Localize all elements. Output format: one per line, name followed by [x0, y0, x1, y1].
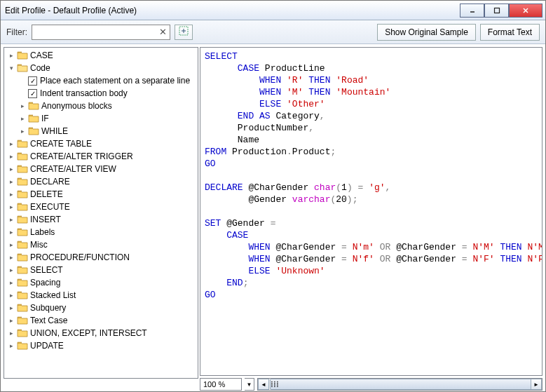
tree-row[interactable]: ▸UNION, EXCEPT, INTERSECT — [4, 327, 198, 339]
tree-item-label: SELECT — [30, 265, 63, 275]
tree-row[interactable]: ✓Place each statement on a separate line — [4, 74, 198, 87]
clear-filter-icon[interactable]: ✕ — [156, 26, 169, 39]
expand-icon[interactable]: ▸ — [7, 291, 15, 299]
zoom-dropdown[interactable]: ▼ — [245, 378, 254, 391]
folder-icon — [17, 328, 28, 338]
tree-item-label: EXECUTE — [30, 202, 70, 212]
tree-item-label: Place each statement on a separate line — [40, 76, 190, 86]
folder-icon — [17, 303, 28, 313]
expand-icon[interactable]: ▸ — [7, 228, 15, 236]
tree-row[interactable]: ▸Text Case — [4, 314, 198, 327]
tree-row[interactable]: ▸DELETE — [4, 188, 198, 201]
folder-icon — [17, 341, 28, 351]
tree-row[interactable]: ▸IF — [4, 112, 198, 125]
tree-row[interactable]: ▾Code — [4, 62, 198, 74]
expand-icon[interactable]: ▸ — [7, 266, 15, 274]
tree-row[interactable]: ▸Stacked List — [4, 289, 198, 302]
folder-icon — [17, 227, 28, 237]
folder-icon — [17, 50, 28, 60]
statusbar: 100 % ▼ ◄ ⁞⁞⁞ ► — [200, 377, 542, 391]
scroll-left-button[interactable]: ◄ — [258, 379, 269, 390]
tree-item-label: DECLARE — [30, 177, 70, 187]
tree-row[interactable]: ✓Indent transaction body — [4, 87, 198, 100]
tree-row[interactable]: ▸Misc — [4, 238, 198, 251]
folder-icon — [17, 215, 28, 224]
expand-icon[interactable]: ▸ — [7, 215, 15, 224]
expand-icon[interactable]: ▸ — [18, 102, 27, 110]
tree-row[interactable]: ▸UPDATE — [4, 339, 198, 352]
expand-icon[interactable]: ▸ — [7, 190, 15, 198]
close-button[interactable] — [509, 4, 542, 18]
folder-icon — [17, 202, 28, 212]
expand-icon[interactable]: ▸ — [7, 203, 15, 211]
maximize-button[interactable] — [484, 4, 509, 18]
expand-icon[interactable]: ▸ — [7, 316, 15, 325]
code-area[interactable]: SELECT CASE ProductLine WHEN 'R' THEN 'R… — [200, 47, 542, 376]
tree-row[interactable]: ▸Labels — [4, 226, 198, 238]
scroll-right-button[interactable]: ► — [531, 379, 542, 390]
tree-item-label: Spacing — [30, 278, 60, 288]
expand-icon[interactable]: ▸ — [7, 278, 15, 287]
expand-icon[interactable]: ▸ — [18, 114, 27, 123]
toolbar: Filter: ✕ Show Original Sample Format Te… — [1, 20, 545, 44]
show-original-sample-button[interactable]: Show Original Sample — [377, 24, 476, 41]
expand-icon[interactable]: ▸ — [7, 329, 15, 337]
expand-icon[interactable]: ▸ — [7, 152, 15, 161]
folder-icon — [17, 240, 28, 250]
expand-icon[interactable]: ▸ — [7, 253, 15, 262]
checkbox[interactable]: ✓ — [28, 89, 37, 98]
expand-icon[interactable]: ▸ — [7, 241, 15, 249]
expand-icon[interactable]: ▸ — [7, 51, 15, 60]
expander-spacer — [18, 76, 27, 85]
folder-icon — [28, 126, 39, 136]
tree-row[interactable]: ▸WHILE — [4, 125, 198, 137]
format-text-button[interactable]: Format Text — [480, 24, 540, 41]
expand-icon[interactable]: ▸ — [7, 342, 15, 350]
tree-row[interactable]: ▸CREATE/ALTER VIEW — [4, 163, 198, 175]
tree-item-label: INSERT — [30, 215, 61, 224]
window-title: Edit Profile - Default Profile (Active) — [4, 6, 460, 15]
expand-icon[interactable]: ▸ — [7, 177, 15, 186]
expand-icon[interactable]: ▸ — [18, 127, 27, 135]
tree-row[interactable]: ▸SELECT — [4, 264, 198, 276]
filter-input[interactable] — [32, 25, 170, 40]
minimize-button[interactable] — [460, 4, 484, 18]
filter-wrap: ✕ — [32, 25, 170, 40]
tree-item-label: Misc — [30, 240, 48, 250]
tree-row[interactable]: ▸CASE — [4, 49, 198, 62]
tree-row[interactable]: ▸Subquery — [4, 302, 198, 314]
folder-icon — [17, 265, 28, 275]
tree-item-label: UNION, EXCEPT, INTERSECT — [30, 328, 147, 338]
folder-icon — [17, 164, 28, 174]
tree-row[interactable]: ▸DECLARE — [4, 175, 198, 188]
tree-row[interactable]: ▸CREATE/ALTER TRIGGER — [4, 150, 198, 163]
checkbox[interactable]: ✓ — [28, 76, 37, 86]
expand-icon[interactable]: ▸ — [7, 304, 15, 312]
folder-icon — [17, 252, 28, 262]
tree-panel[interactable]: ▸CASE▾Code✓Place each statement on a sep… — [4, 47, 198, 379]
tree-item-label: Stacked List — [30, 290, 76, 300]
tree-item-label: Text Case — [30, 316, 67, 325]
tree-row[interactable]: ▸INSERT — [4, 213, 198, 226]
expand-tree-button[interactable] — [175, 25, 193, 40]
main: ▸CASE▾Code✓Place each statement on a sep… — [1, 44, 545, 391]
expand-icon — [179, 26, 189, 38]
tree-row[interactable]: ▸PROCEDURE/FUNCTION — [4, 251, 198, 264]
folder-icon — [17, 189, 28, 199]
tree-row[interactable]: ▸EXECUTE — [4, 201, 198, 213]
horizontal-scrollbar[interactable]: ◄ ⁞⁞⁞ ► — [257, 378, 542, 391]
tree-row[interactable]: ▸CREATE TABLE — [4, 137, 198, 150]
folder-icon — [28, 114, 39, 123]
svg-rect-1 — [494, 8, 499, 13]
expand-icon[interactable]: ▸ — [7, 165, 15, 173]
tree-item-label: CREATE/ALTER VIEW — [30, 164, 116, 174]
scroll-thumb[interactable]: ⁞⁞⁞ — [270, 379, 536, 390]
tree-row[interactable]: ▸Anonymous blocks — [4, 100, 198, 112]
collapse-icon[interactable]: ▾ — [7, 64, 15, 72]
tree-item-label: DELETE — [30, 189, 63, 199]
code-panel: SELECT CASE ProductLine WHEN 'R' THEN 'R… — [200, 47, 542, 391]
expand-icon[interactable]: ▸ — [7, 140, 15, 148]
tree-row[interactable]: ▸Spacing — [4, 276, 198, 289]
tree-item-label: WHILE — [41, 126, 68, 136]
expander-spacer — [18, 89, 27, 97]
